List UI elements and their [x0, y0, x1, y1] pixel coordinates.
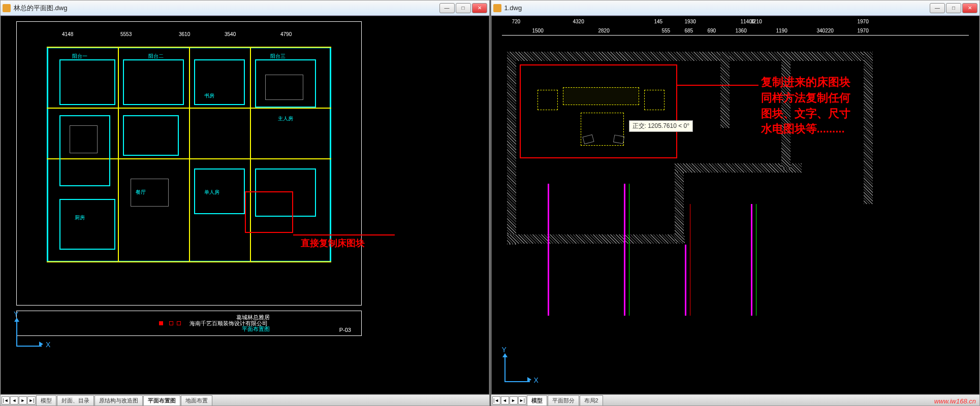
room-label: 厨房 [75, 214, 85, 221]
room-label: 阳台一 [72, 53, 87, 60]
sheet-name: 平面布置图 [242, 325, 270, 333]
dimension: 340220 [817, 28, 834, 33]
page-number: P-03 [339, 327, 351, 333]
dimension: 720 [512, 19, 521, 24]
tab-nav-first-icon[interactable]: |◄ [492, 396, 500, 404]
titlebar-left[interactable]: 林总的平面图.dwg — □ ✕ [1, 1, 489, 16]
close-button[interactable]: ✕ [962, 3, 977, 13]
dimension: 1360 [736, 28, 747, 33]
tab-nav-last-icon[interactable]: ►| [518, 396, 526, 404]
tab-nav-first-icon[interactable]: |◄ [2, 396, 10, 404]
tab-nav-next-icon[interactable]: ► [510, 396, 518, 404]
dimension: 4320 [573, 19, 584, 24]
close-button[interactable]: ✕ [472, 3, 487, 13]
dimension: 685 [685, 28, 693, 33]
layout-tabs-left: |◄ ◄ ► ►| 模型 封面、目录 原结构与改造图 平面布置图 地面布置 [1, 394, 489, 405]
annotation-text: 直接复制床图块 [301, 237, 365, 250]
window-title: 林总的平面图.dwg [14, 4, 67, 13]
dimension: 145 [654, 19, 663, 24]
dimension: 1930 [685, 19, 696, 24]
drawing-canvas-right[interactable]: 720 4320 145 1930 11400 3210 1970 1500 2… [491, 16, 980, 394]
dimension: 2820 [598, 28, 610, 33]
room-label: 阳台三 [270, 53, 286, 60]
client-name: 葛城林总雅居 [236, 314, 270, 321]
tab-nav-next-icon[interactable]: ► [19, 396, 27, 404]
room-label: 餐厅 [136, 189, 146, 196]
layout-tabs-right: |◄ ◄ ► ►| 模型 平面部分 布局2 [491, 394, 980, 405]
room-label: 单人房 [204, 189, 219, 196]
selection-highlight [245, 191, 293, 233]
room-label: 阳台二 [148, 53, 164, 60]
dimension: 1970 [858, 19, 869, 24]
room-label: 主人房 [278, 115, 293, 122]
minimize-button[interactable]: — [439, 3, 455, 13]
dimension: 1500 [532, 28, 544, 33]
titlebar-right[interactable]: 1.dwg — □ ✕ [491, 1, 980, 16]
tab-plan[interactable]: 平面布置图 [143, 395, 180, 405]
annotation-text: 复制进来的床图块 同样方法复制任何 图块、文字、尺寸 水电图块等........… [761, 75, 850, 137]
dimension: 1970 [858, 28, 869, 33]
drawing-canvas-left[interactable]: 4148 5553 3610 3540 4790 [1, 16, 489, 394]
maximize-button[interactable]: □ [456, 3, 471, 13]
room-label: 书房 [204, 92, 214, 99]
tab-nav-prev-icon[interactable]: ◄ [501, 396, 509, 404]
minimize-button[interactable]: — [930, 3, 945, 13]
selection-highlight [520, 64, 677, 158]
dwg-icon [3, 4, 11, 12]
tab-structure[interactable]: 原结构与改造图 [94, 395, 143, 405]
dimension: 555 [662, 28, 671, 33]
dimension: 3540 [225, 31, 236, 37]
tab-floor[interactable]: 地面布置 [181, 395, 212, 405]
dimension: 3210 [751, 19, 762, 24]
dimension: 3610 [179, 31, 190, 37]
tab-layout2[interactable]: 布局2 [580, 395, 603, 405]
dimension: 5553 [120, 31, 132, 37]
dimension: 4790 [280, 31, 292, 37]
tab-model[interactable]: 模型 [36, 395, 56, 405]
tab-nav-last-icon[interactable]: ►| [27, 396, 36, 404]
tab-model[interactable]: 模型 [527, 395, 547, 405]
dimension: 1190 [776, 28, 787, 33]
tab-plan-part[interactable]: 平面部分 [548, 395, 579, 405]
dimension: 690 [708, 28, 716, 33]
ortho-tooltip: 正交: 1205.7610 < 0° [629, 120, 693, 132]
dimension: 4148 [62, 31, 73, 37]
window-left: 林总的平面图.dwg — □ ✕ 4148 5553 3610 3540 479… [0, 0, 490, 406]
window-right: 1.dwg — □ ✕ 720 4320 145 1930 11400 3210… [491, 0, 981, 406]
dwg-icon [493, 4, 501, 12]
watermark: www.iw168.cn [934, 397, 976, 405]
maximize-button[interactable]: □ [946, 3, 961, 13]
tab-nav-prev-icon[interactable]: ◄ [10, 396, 18, 404]
window-title: 1.dwg [504, 4, 522, 12]
tab-cover[interactable]: 封面、目录 [57, 395, 94, 405]
